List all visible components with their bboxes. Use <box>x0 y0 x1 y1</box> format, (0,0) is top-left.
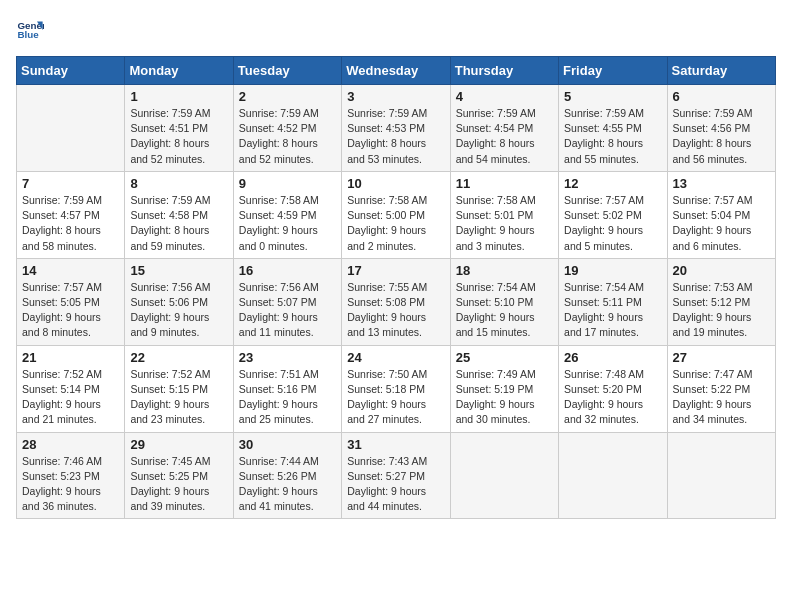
day-number: 17 <box>347 263 444 278</box>
day-number: 9 <box>239 176 336 191</box>
day-info: Sunrise: 7:54 AMSunset: 5:11 PMDaylight:… <box>564 280 661 341</box>
calendar-cell: 30Sunrise: 7:44 AMSunset: 5:26 PMDayligh… <box>233 432 341 519</box>
day-number: 7 <box>22 176 119 191</box>
day-number: 11 <box>456 176 553 191</box>
calendar-cell: 6Sunrise: 7:59 AMSunset: 4:56 PMDaylight… <box>667 85 775 172</box>
day-info: Sunrise: 7:50 AMSunset: 5:18 PMDaylight:… <box>347 367 444 428</box>
day-info: Sunrise: 7:59 AMSunset: 4:54 PMDaylight:… <box>456 106 553 167</box>
calendar-cell <box>17 85 125 172</box>
calendar-cell: 18Sunrise: 7:54 AMSunset: 5:10 PMDayligh… <box>450 258 558 345</box>
calendar-cell: 20Sunrise: 7:53 AMSunset: 5:12 PMDayligh… <box>667 258 775 345</box>
logo: General Blue <box>16 16 44 44</box>
day-number: 27 <box>673 350 770 365</box>
day-number: 5 <box>564 89 661 104</box>
day-number: 26 <box>564 350 661 365</box>
day-info: Sunrise: 7:48 AMSunset: 5:20 PMDaylight:… <box>564 367 661 428</box>
calendar-cell: 29Sunrise: 7:45 AMSunset: 5:25 PMDayligh… <box>125 432 233 519</box>
day-info: Sunrise: 7:45 AMSunset: 5:25 PMDaylight:… <box>130 454 227 515</box>
header-wednesday: Wednesday <box>342 57 450 85</box>
calendar-cell: 27Sunrise: 7:47 AMSunset: 5:22 PMDayligh… <box>667 345 775 432</box>
day-number: 21 <box>22 350 119 365</box>
svg-text:Blue: Blue <box>17 29 39 40</box>
header-sunday: Sunday <box>17 57 125 85</box>
calendar-cell: 13Sunrise: 7:57 AMSunset: 5:04 PMDayligh… <box>667 171 775 258</box>
day-number: 8 <box>130 176 227 191</box>
day-info: Sunrise: 7:55 AMSunset: 5:08 PMDaylight:… <box>347 280 444 341</box>
calendar-cell <box>450 432 558 519</box>
day-info: Sunrise: 7:58 AMSunset: 5:00 PMDaylight:… <box>347 193 444 254</box>
header-friday: Friday <box>559 57 667 85</box>
calendar-cell: 12Sunrise: 7:57 AMSunset: 5:02 PMDayligh… <box>559 171 667 258</box>
day-info: Sunrise: 7:56 AMSunset: 5:06 PMDaylight:… <box>130 280 227 341</box>
calendar-cell: 22Sunrise: 7:52 AMSunset: 5:15 PMDayligh… <box>125 345 233 432</box>
day-number: 28 <box>22 437 119 452</box>
day-number: 30 <box>239 437 336 452</box>
day-number: 1 <box>130 89 227 104</box>
calendar-cell: 14Sunrise: 7:57 AMSunset: 5:05 PMDayligh… <box>17 258 125 345</box>
calendar-cell: 28Sunrise: 7:46 AMSunset: 5:23 PMDayligh… <box>17 432 125 519</box>
day-info: Sunrise: 7:44 AMSunset: 5:26 PMDaylight:… <box>239 454 336 515</box>
day-number: 4 <box>456 89 553 104</box>
day-number: 25 <box>456 350 553 365</box>
day-info: Sunrise: 7:57 AMSunset: 5:02 PMDaylight:… <box>564 193 661 254</box>
day-info: Sunrise: 7:59 AMSunset: 4:52 PMDaylight:… <box>239 106 336 167</box>
logo-icon: General Blue <box>16 16 44 44</box>
day-number: 2 <box>239 89 336 104</box>
calendar-cell: 4Sunrise: 7:59 AMSunset: 4:54 PMDaylight… <box>450 85 558 172</box>
calendar-cell: 21Sunrise: 7:52 AMSunset: 5:14 PMDayligh… <box>17 345 125 432</box>
calendar-cell <box>559 432 667 519</box>
day-number: 6 <box>673 89 770 104</box>
calendar-cell: 23Sunrise: 7:51 AMSunset: 5:16 PMDayligh… <box>233 345 341 432</box>
calendar-cell: 31Sunrise: 7:43 AMSunset: 5:27 PMDayligh… <box>342 432 450 519</box>
calendar-cell: 5Sunrise: 7:59 AMSunset: 4:55 PMDaylight… <box>559 85 667 172</box>
day-info: Sunrise: 7:49 AMSunset: 5:19 PMDaylight:… <box>456 367 553 428</box>
calendar-week-row: 7Sunrise: 7:59 AMSunset: 4:57 PMDaylight… <box>17 171 776 258</box>
calendar-cell: 11Sunrise: 7:58 AMSunset: 5:01 PMDayligh… <box>450 171 558 258</box>
day-info: Sunrise: 7:53 AMSunset: 5:12 PMDaylight:… <box>673 280 770 341</box>
page-header: General Blue <box>16 16 776 44</box>
day-number: 31 <box>347 437 444 452</box>
day-number: 22 <box>130 350 227 365</box>
header-saturday: Saturday <box>667 57 775 85</box>
day-info: Sunrise: 7:59 AMSunset: 4:53 PMDaylight:… <box>347 106 444 167</box>
day-number: 23 <box>239 350 336 365</box>
calendar-cell: 25Sunrise: 7:49 AMSunset: 5:19 PMDayligh… <box>450 345 558 432</box>
day-info: Sunrise: 7:47 AMSunset: 5:22 PMDaylight:… <box>673 367 770 428</box>
day-info: Sunrise: 7:58 AMSunset: 5:01 PMDaylight:… <box>456 193 553 254</box>
day-info: Sunrise: 7:54 AMSunset: 5:10 PMDaylight:… <box>456 280 553 341</box>
day-number: 16 <box>239 263 336 278</box>
day-number: 10 <box>347 176 444 191</box>
day-number: 19 <box>564 263 661 278</box>
day-info: Sunrise: 7:59 AMSunset: 4:51 PMDaylight:… <box>130 106 227 167</box>
day-number: 13 <box>673 176 770 191</box>
calendar-cell: 24Sunrise: 7:50 AMSunset: 5:18 PMDayligh… <box>342 345 450 432</box>
day-info: Sunrise: 7:59 AMSunset: 4:57 PMDaylight:… <box>22 193 119 254</box>
calendar-cell <box>667 432 775 519</box>
calendar-cell: 3Sunrise: 7:59 AMSunset: 4:53 PMDaylight… <box>342 85 450 172</box>
calendar-cell: 7Sunrise: 7:59 AMSunset: 4:57 PMDaylight… <box>17 171 125 258</box>
day-number: 12 <box>564 176 661 191</box>
header-tuesday: Tuesday <box>233 57 341 85</box>
calendar-cell: 9Sunrise: 7:58 AMSunset: 4:59 PMDaylight… <box>233 171 341 258</box>
calendar-header: Sunday Monday Tuesday Wednesday Thursday… <box>17 57 776 85</box>
day-info: Sunrise: 7:58 AMSunset: 4:59 PMDaylight:… <box>239 193 336 254</box>
calendar-week-row: 1Sunrise: 7:59 AMSunset: 4:51 PMDaylight… <box>17 85 776 172</box>
header-monday: Monday <box>125 57 233 85</box>
calendar-cell: 16Sunrise: 7:56 AMSunset: 5:07 PMDayligh… <box>233 258 341 345</box>
day-number: 24 <box>347 350 444 365</box>
calendar-cell: 10Sunrise: 7:58 AMSunset: 5:00 PMDayligh… <box>342 171 450 258</box>
calendar-week-row: 21Sunrise: 7:52 AMSunset: 5:14 PMDayligh… <box>17 345 776 432</box>
day-info: Sunrise: 7:57 AMSunset: 5:05 PMDaylight:… <box>22 280 119 341</box>
day-info: Sunrise: 7:52 AMSunset: 5:14 PMDaylight:… <box>22 367 119 428</box>
day-info: Sunrise: 7:43 AMSunset: 5:27 PMDaylight:… <box>347 454 444 515</box>
weekday-header-row: Sunday Monday Tuesday Wednesday Thursday… <box>17 57 776 85</box>
day-info: Sunrise: 7:56 AMSunset: 5:07 PMDaylight:… <box>239 280 336 341</box>
calendar-cell: 1Sunrise: 7:59 AMSunset: 4:51 PMDaylight… <box>125 85 233 172</box>
header-thursday: Thursday <box>450 57 558 85</box>
day-number: 18 <box>456 263 553 278</box>
calendar-cell: 26Sunrise: 7:48 AMSunset: 5:20 PMDayligh… <box>559 345 667 432</box>
calendar-cell: 19Sunrise: 7:54 AMSunset: 5:11 PMDayligh… <box>559 258 667 345</box>
day-info: Sunrise: 7:59 AMSunset: 4:55 PMDaylight:… <box>564 106 661 167</box>
day-info: Sunrise: 7:57 AMSunset: 5:04 PMDaylight:… <box>673 193 770 254</box>
calendar-cell: 2Sunrise: 7:59 AMSunset: 4:52 PMDaylight… <box>233 85 341 172</box>
